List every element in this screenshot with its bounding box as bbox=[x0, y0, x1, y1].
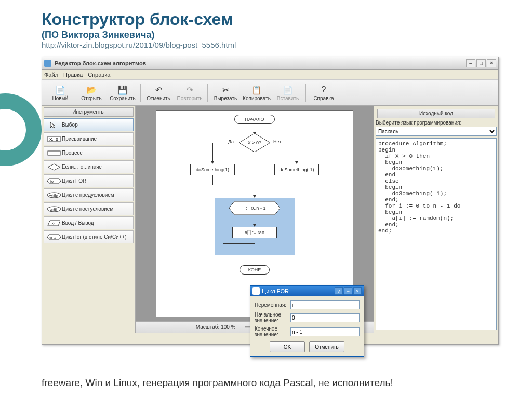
tool-label: Цикл с постусловием bbox=[62, 206, 113, 212]
tool-Присваивание[interactable]: X:=0Присваивание bbox=[44, 132, 134, 145]
window-title: Редактор блок-схем алгоритмов bbox=[55, 60, 466, 66]
dialog-row: Конечное значение: bbox=[255, 326, 360, 337]
tool-icon: until bbox=[46, 206, 62, 212]
dialog-ok-button[interactable]: OK bbox=[270, 341, 305, 352]
menu-help[interactable]: Справка bbox=[88, 72, 110, 78]
toolbar-separator bbox=[207, 84, 208, 102]
slide-footer: freeware, Win и Linux, генерация програм… bbox=[42, 377, 393, 389]
toolbar-label: Новый bbox=[52, 95, 69, 101]
svg-text:X:=0: X:=0 bbox=[49, 137, 58, 142]
tool-Цикл с предусловием[interactable]: whileЦикл с предусловием bbox=[44, 188, 134, 201]
toolbar-Открыть[interactable]: 📂Открыть bbox=[76, 81, 107, 105]
node-decision[interactable]: X > 0? bbox=[239, 133, 270, 152]
dialog-row: Переменная: bbox=[255, 300, 360, 309]
dialog-close-button[interactable]: × bbox=[353, 287, 362, 295]
file-new-icon: 📄 bbox=[55, 84, 66, 95]
minimize-button[interactable]: – bbox=[466, 59, 475, 67]
dialog-row: Начальное значение: bbox=[255, 312, 360, 323]
dialog-icon bbox=[252, 287, 260, 295]
toolbar-Вставить: 📄Вставить bbox=[273, 81, 303, 105]
zoom-label: Масштаб: 100 % bbox=[196, 324, 236, 330]
dialog-cancel-button[interactable]: Отменить bbox=[309, 341, 344, 352]
close-button[interactable]: × bbox=[487, 59, 496, 67]
app-window: Редактор блок-схем алгоритмов – □ × Файл… bbox=[42, 57, 499, 345]
toolbar-Повторить: ↷Повторить bbox=[175, 81, 205, 105]
toolbar: 📄Новый📂Открыть💾Сохранить↶Отменить↷Повтор… bbox=[42, 80, 498, 106]
toolbar-label: Вставить bbox=[277, 95, 299, 101]
dialog-title: Цикл FOR bbox=[262, 288, 289, 294]
tools-panel-title: Инструменты bbox=[44, 107, 134, 117]
dialog-field-label: Переменная: bbox=[255, 302, 290, 308]
svg-text:for: for bbox=[50, 180, 55, 183]
dialog-field-label: Конечное значение: bbox=[255, 326, 290, 337]
dialog-field-input[interactable] bbox=[290, 313, 360, 322]
tool-label: Цикл с предусловием bbox=[62, 192, 114, 198]
tool-label: Выбор bbox=[62, 122, 78, 128]
dialog-field-input[interactable] bbox=[290, 327, 360, 336]
tool-label: Цикл FOR bbox=[62, 178, 86, 184]
toolbar-Новый[interactable]: 📄Новый bbox=[45, 81, 75, 105]
node-start[interactable]: НАЧАЛО bbox=[234, 115, 275, 124]
tool-icon: X:=0 bbox=[46, 136, 62, 142]
toolbar-label: Повторить bbox=[177, 95, 203, 101]
save-icon: 💾 bbox=[117, 84, 128, 95]
divider bbox=[42, 51, 506, 51]
cut-icon: ✂ bbox=[220, 84, 231, 95]
folder-open-icon: 📂 bbox=[86, 84, 97, 95]
toolbar-separator bbox=[140, 84, 141, 102]
titlebar[interactable]: Редактор блок-схем алгоритмов – □ × bbox=[42, 57, 498, 70]
undo-icon: ↶ bbox=[153, 84, 164, 95]
tool-icon bbox=[46, 121, 62, 129]
tool-label: Цикл for (в стиле Си/Си++) bbox=[62, 234, 127, 240]
tool-icon bbox=[46, 163, 62, 171]
tool-icon: >> bbox=[46, 220, 62, 226]
dialog-field-label: Начальное значение: bbox=[255, 312, 290, 323]
node-loop-body[interactable]: a[i] := ran bbox=[232, 227, 277, 238]
node-proc2[interactable]: doSomething(-1) bbox=[274, 164, 319, 175]
toolbar-Вырезать[interactable]: ✂Вырезать bbox=[210, 81, 241, 105]
toolbar-label: Справка bbox=[313, 95, 334, 101]
lang-label: Выберите язык программирования: bbox=[376, 120, 497, 126]
code-output[interactable]: procedure Algorithm; begin if X > 0 then… bbox=[376, 138, 497, 330]
tool-Цикл FOR[interactable]: forЦикл FOR bbox=[44, 174, 134, 187]
svg-text:>>: >> bbox=[51, 222, 55, 225]
svg-rect-2 bbox=[48, 151, 60, 155]
tool-Ввод / Вывод[interactable]: >>Ввод / Вывод bbox=[44, 216, 134, 229]
maximize-button[interactable]: □ bbox=[476, 59, 486, 67]
toolbar-Копировать[interactable]: 📋Копировать bbox=[242, 81, 272, 105]
toolbar-label: Открыть bbox=[81, 95, 101, 101]
tool-Процесс[interactable]: Процесс bbox=[44, 146, 134, 159]
node-proc1[interactable]: doSomething(1) bbox=[190, 164, 235, 175]
toolbar-Сохранить[interactable]: 💾Сохранить bbox=[108, 81, 138, 105]
dialog-help-button[interactable]: ? bbox=[335, 287, 343, 295]
dialog-field-input[interactable] bbox=[290, 300, 360, 309]
zoom-out-button[interactable]: − bbox=[239, 324, 242, 330]
node-end[interactable]: КОНЕ bbox=[240, 265, 270, 275]
toolbar-Отменить[interactable]: ↶Отменить bbox=[143, 81, 174, 105]
toolbar-separator bbox=[305, 84, 306, 102]
copy-icon: 📋 bbox=[251, 84, 262, 95]
slide-title: Конструктор блок-схем bbox=[42, 10, 506, 29]
menu-file[interactable]: Файл bbox=[44, 72, 58, 78]
menubar: Файл Правка Справка bbox=[42, 70, 498, 80]
node-loop[interactable]: i := 0..n - 1 bbox=[229, 201, 280, 215]
code-panel: Исходный код Выберите язык программирова… bbox=[374, 106, 498, 333]
dialog-min-button[interactable]: – bbox=[344, 287, 352, 295]
lang-select[interactable]: Паскаль bbox=[376, 127, 497, 136]
tool-Выбор[interactable]: Выбор bbox=[44, 118, 134, 131]
dialog-titlebar[interactable]: Цикл FOR ? – × bbox=[250, 286, 364, 296]
tool-icon bbox=[46, 150, 62, 156]
tool-Цикл с постусловием[interactable]: untilЦикл с постусловием bbox=[44, 202, 134, 215]
tool-icon: for bbox=[46, 178, 62, 184]
tool-label: Присваивание bbox=[62, 136, 97, 142]
tool-icon: for C bbox=[46, 234, 62, 240]
toolbar-label: Вырезать bbox=[214, 95, 237, 101]
paste-icon: 📄 bbox=[282, 84, 294, 95]
tool-Цикл for (в стиле Си/Си++)[interactable]: for CЦикл for (в стиле Си/Си++) bbox=[44, 230, 134, 243]
app-icon bbox=[44, 60, 51, 67]
tool-Если...то...иначе[interactable]: Если...то...иначе bbox=[44, 160, 134, 173]
tool-label: Процесс bbox=[62, 150, 83, 156]
toolbar-label: Отменить bbox=[147, 95, 170, 101]
toolbar-Справка[interactable]: ?Справка bbox=[309, 81, 339, 105]
menu-edit[interactable]: Правка bbox=[63, 72, 83, 78]
